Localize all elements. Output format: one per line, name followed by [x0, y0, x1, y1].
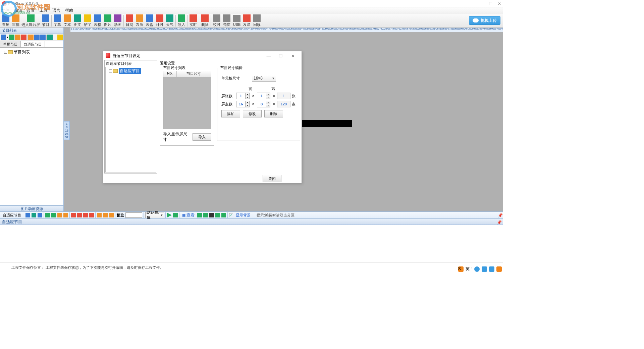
points-height-spinner[interactable]: ▲▼ [257, 101, 270, 107]
toolbar-动画[interactable]: 动画 [113, 14, 123, 27]
dialog-maximize[interactable]: ☐ [275, 53, 287, 58]
ime-punct[interactable]: ' [472, 267, 472, 271]
arrow-left-icon[interactable] [45, 213, 50, 217]
menu-文件[interactable]: 文件 [1, 8, 9, 13]
resource-dock-title[interactable]: 图片动画资源 [0, 205, 63, 211]
tool-icon[interactable] [1, 35, 6, 40]
swap-icon[interactable] [97, 213, 102, 217]
toolbar-USB[interactable]: USB [232, 14, 242, 27]
zoom-fit-icon[interactable] [32, 213, 36, 217]
toolbar-发送[interactable]: 发送 [242, 14, 252, 27]
window-maximize[interactable]: ☐ [489, 1, 492, 6]
dialog-tree-item[interactable]: − 自适应节目 [106, 68, 155, 74]
pin-icon[interactable]: 📌 [498, 213, 502, 217]
last-icon[interactable] [77, 213, 82, 217]
tool-icon[interactable] [9, 35, 14, 40]
toolbar-回读[interactable]: 回读 [252, 14, 262, 27]
toolbar-进入舞台屏[interactable]: 进入舞台屏 [21, 14, 41, 27]
menu-语言[interactable]: 语言 [52, 8, 60, 13]
ime-lang[interactable]: 英 [466, 266, 470, 272]
zoom-in-icon[interactable] [25, 213, 30, 217]
toolbar-实时[interactable]: 实时 [188, 14, 198, 27]
expand-icon[interactable] [83, 213, 88, 217]
paste-icon[interactable] [40, 35, 46, 40]
ime-mic-icon[interactable] [482, 266, 487, 272]
toolbar-查屏[interactable]: 查屏 [1, 14, 11, 27]
sogou-icon[interactable]: S [458, 266, 464, 272]
collapse-icon[interactable] [89, 213, 94, 217]
tab-adaptive[interactable]: 自适应节目 [20, 41, 45, 47]
toolbar-日期[interactable]: 日期 [124, 14, 135, 27]
toolbar-重排[interactable]: 重排 [11, 14, 21, 27]
screen-preview[interactable] [297, 120, 352, 127]
expand-icon[interactable]: − [109, 69, 112, 72]
tool-icon[interactable] [57, 35, 63, 40]
menu-设置[interactable]: 设置 [27, 8, 35, 13]
next-icon[interactable] [215, 213, 220, 217]
toolbar-校时[interactable]: 校时 [212, 14, 222, 27]
toolbar-酷字[interactable]: 酷字 [83, 14, 93, 27]
pause-icon[interactable] [173, 213, 178, 217]
cut-icon[interactable] [28, 35, 34, 40]
stop-icon[interactable] [209, 213, 214, 217]
dialog-minimize[interactable]: — [263, 53, 275, 58]
forward-icon[interactable] [221, 213, 226, 217]
show-bg-checkbox[interactable]: ✓ [229, 213, 233, 217]
toolbar-文本[interactable]: 文本 [62, 14, 72, 27]
toolbar-图文[interactable]: 图文 [72, 14, 83, 27]
menu-编辑[interactable]: 编辑 [14, 8, 22, 13]
pin-icon[interactable]: 📌 [497, 219, 502, 226]
window-close[interactable]: ✕ [498, 1, 501, 6]
tool-icon[interactable] [47, 35, 53, 40]
color-select[interactable]: 默认色屏 [145, 212, 164, 218]
modify-button[interactable]: 修改 [243, 110, 262, 117]
toolbar-图片[interactable]: 图片 [103, 14, 113, 27]
toolbar-字幕[interactable]: 字幕 [52, 14, 62, 27]
play-icon[interactable] [167, 213, 172, 217]
prev-icon[interactable] [203, 213, 208, 217]
toolbar-亮度[interactable]: 亮度 [222, 14, 232, 27]
tool-icon[interactable] [15, 35, 20, 40]
first-icon[interactable] [71, 213, 76, 217]
menu-工具[interactable]: 工具 [40, 8, 48, 13]
rows-width-spinner[interactable]: ▲▼ [236, 93, 250, 99]
ime-tool-icon[interactable] [496, 266, 502, 272]
toolbar-节目[interactable]: 节目 [41, 14, 51, 27]
rewind-icon[interactable] [197, 213, 202, 217]
dialog-tree[interactable]: − 自适应节目 [105, 67, 156, 172]
view-btn[interactable]: ▦ 查看 [181, 212, 196, 218]
arrow-icon[interactable] [63, 213, 68, 217]
window-minimize[interactable]: — [479, 1, 483, 6]
zoom-out-icon[interactable] [38, 213, 42, 217]
expand-icon[interactable]: − [4, 51, 7, 54]
dialog-titlebar[interactable]: 自适应节目设定 — ☐ ✕ [103, 51, 302, 60]
unit-size-select[interactable]: 16×8 [252, 75, 276, 82]
upload-button[interactable]: 拖拽上传 [469, 16, 500, 25]
tree-root-item[interactable]: − 节目列表 [1, 49, 62, 55]
toolbar-表盘[interactable]: 表盘 [145, 14, 155, 27]
toolbar-计时[interactable]: 计时 [155, 14, 165, 27]
points-width-spinner[interactable]: ▲▼ [236, 101, 250, 107]
copy-icon[interactable] [34, 35, 40, 40]
toolbar-表格[interactable]: 表格 [93, 14, 103, 27]
size-table[interactable]: No. 节目尺寸 [163, 71, 211, 129]
delete-button[interactable]: 删除 [264, 110, 283, 117]
menu-帮助[interactable]: 帮助 [65, 8, 73, 13]
move-icon[interactable] [103, 213, 108, 217]
tool-icon[interactable] [21, 35, 26, 40]
ime-smiley-icon[interactable] [474, 266, 480, 272]
rows-height-spinner[interactable]: ▲▼ [257, 93, 270, 99]
toolbar-天气[interactable]: 天气 [165, 14, 175, 27]
resize-icon[interactable] [109, 213, 114, 217]
show-bg-label[interactable]: 显示背景 [234, 213, 252, 218]
toolbar-删除[interactable]: 删除 [200, 14, 210, 27]
import-button[interactable]: 导入 [193, 133, 211, 141]
arrow-icon[interactable] [57, 213, 62, 217]
preview-input[interactable] [125, 212, 142, 218]
close-button[interactable]: 关闭 [263, 175, 281, 182]
tab-single-screen[interactable]: 单屏节目 [0, 41, 21, 47]
add-button[interactable]: 添加 [221, 110, 240, 117]
toolbar-导入[interactable]: 导入 [176, 14, 186, 27]
program-tree[interactable]: − 节目列表 [0, 48, 63, 205]
dialog-close[interactable]: ✕ [287, 53, 299, 58]
